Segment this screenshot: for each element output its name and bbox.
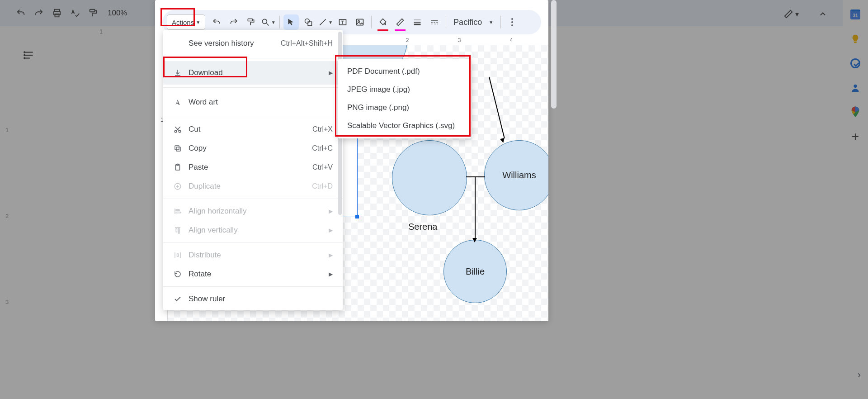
menu-item-rotate[interactable]: Rotate ▶ <box>163 265 343 284</box>
submenu-item-png[interactable]: PNG image (.png) <box>338 99 471 117</box>
menu-shortcut: Ctrl+Alt+Shift+H <box>281 39 333 48</box>
submenu-label: JPEG image (.jpg) <box>347 85 410 94</box>
download-submenu: PDF Document (.pdf) JPEG image (.jpg) PN… <box>338 59 471 138</box>
submenu-label: PDF Document (.pdf) <box>347 67 420 76</box>
print-icon[interactable] <box>52 8 62 19</box>
svg-rect-13 <box>248 19 252 21</box>
image-tool-button[interactable] <box>352 14 368 30</box>
border-dash-button[interactable] <box>427 14 442 30</box>
menu-item-show-ruler[interactable]: Show ruler <box>163 290 343 309</box>
select-tool-button[interactable] <box>283 14 299 30</box>
ruler-mark: 1 <box>99 28 103 35</box>
font-name-label: Pacifico <box>453 18 482 27</box>
ruler-mark: 1 <box>5 127 9 133</box>
menu-label: Paste <box>189 163 306 172</box>
shape-circle-williams[interactable]: Williams <box>484 140 548 210</box>
svg-line-15 <box>266 24 269 26</box>
drawing-editor-window: Actions ▼ ▼ ▼ Pacifico ▼ 2 3 4 1 <box>155 0 548 321</box>
submenu-label: PNG image (.png) <box>347 103 409 112</box>
ruler-num: 3 <box>458 37 461 43</box>
svg-rect-31 <box>175 146 179 150</box>
zoom-level[interactable]: 100% <box>108 9 127 18</box>
menu-shortcut: Ctrl+V <box>312 163 333 171</box>
contacts-icon[interactable] <box>850 82 861 93</box>
font-picker[interactable]: Pacifico ▼ <box>450 14 497 30</box>
submenu-item-svg[interactable]: Scalable Vector Graphics (.svg) <box>338 117 471 135</box>
actions-button[interactable]: Actions ▼ <box>167 14 205 30</box>
selection-handle[interactable] <box>355 215 359 218</box>
maps-icon[interactable] <box>850 107 861 118</box>
menu-item-cut[interactable]: Cut Ctrl+X <box>163 120 343 139</box>
border-weight-button[interactable] <box>410 14 425 30</box>
connector-line[interactable] <box>466 176 485 177</box>
ruler-mark: 3 <box>5 299 9 305</box>
calendar-icon[interactable]: 31 <box>850 9 861 20</box>
menu-label: Copy <box>189 144 306 153</box>
submenu-item-pdf[interactable]: PDF Document (.pdf) <box>338 62 471 81</box>
download-icon <box>173 68 182 77</box>
menu-label: Align vertically <box>189 226 322 235</box>
submenu-arrow-icon: ▶ <box>329 70 333 76</box>
expand-side-panel-icon[interactable]: › <box>858 369 861 381</box>
svg-point-7 <box>24 52 25 52</box>
submenu-arrow-icon: ▶ <box>329 227 333 233</box>
svg-rect-39 <box>176 228 177 232</box>
textbox-tool-button[interactable] <box>335 14 350 30</box>
paint-format-icon[interactable] <box>88 8 99 19</box>
submenu-label: Scalable Vector Graphics (.svg) <box>347 121 455 130</box>
undo-icon[interactable] <box>15 8 26 19</box>
line-tool-button[interactable]: ▼ <box>318 14 333 30</box>
arrowhead-icon <box>500 138 505 143</box>
svg-rect-3 <box>90 10 95 12</box>
paint-format-button[interactable] <box>243 14 259 30</box>
keep-icon[interactable] <box>850 33 861 44</box>
menu-item-duplicate: Duplicate Ctrl+D <box>163 177 343 196</box>
svg-point-9 <box>24 57 25 58</box>
menu-label: See version history <box>189 39 274 48</box>
collapse-toolbar-button[interactable] <box>813 6 833 22</box>
actions-menu: See version history Ctrl+Alt+Shift+H Dow… <box>163 30 343 310</box>
menu-item-word-art[interactable]: Word art <box>163 90 343 114</box>
menu-shortcut: Ctrl+C <box>312 144 333 152</box>
align-vertical-icon <box>173 226 182 235</box>
ruler-num: 4 <box>510 37 513 43</box>
menu-item-copy[interactable]: Copy Ctrl+C <box>163 139 343 158</box>
border-color-button[interactable] <box>392 14 408 30</box>
rotate-icon <box>173 270 182 279</box>
connector-arrow[interactable] <box>475 176 476 240</box>
canvas-scrollbar[interactable] <box>551 0 557 109</box>
menu-item-download[interactable]: Download ▶ <box>163 61 343 85</box>
menu-item-paste[interactable]: Paste Ctrl+V <box>163 158 343 177</box>
menu-label: Cut <box>189 125 306 134</box>
svg-point-14 <box>262 19 267 24</box>
menu-shortcut: Ctrl+D <box>312 182 333 190</box>
shape-tool-button[interactable] <box>301 14 316 30</box>
svg-point-11 <box>854 85 857 88</box>
redo-button[interactable] <box>226 14 241 30</box>
editing-mode-button[interactable]: ▾ <box>781 6 801 22</box>
submenu-arrow-icon: ▶ <box>329 271 333 277</box>
svg-rect-36 <box>176 209 179 210</box>
svg-rect-20 <box>357 19 363 25</box>
redo-icon[interactable] <box>33 8 44 19</box>
undo-button[interactable] <box>209 14 224 30</box>
svg-rect-30 <box>176 147 180 151</box>
chevron-down-icon: ▼ <box>489 20 493 25</box>
zoom-button[interactable]: ▼ <box>260 14 276 30</box>
submenu-arrow-icon: ▶ <box>329 208 333 214</box>
svg-rect-17 <box>308 22 311 25</box>
distribute-icon <box>173 251 182 260</box>
menu-item-version-history[interactable]: See version history Ctrl+Alt+Shift+H <box>163 32 343 55</box>
fill-color-button[interactable] <box>375 14 391 30</box>
svg-rect-43 <box>177 254 179 256</box>
submenu-item-jpeg[interactable]: JPEG image (.jpg) <box>338 81 471 99</box>
add-on-plus-icon[interactable]: + <box>850 131 861 142</box>
shape-circle-serena[interactable] <box>392 140 467 215</box>
tasks-icon[interactable] <box>850 58 861 69</box>
connector-arrow[interactable] <box>489 77 505 138</box>
spellcheck-icon[interactable] <box>70 8 80 19</box>
document-outline-icon[interactable] <box>23 49 35 62</box>
shape-circle-billie[interactable]: Billie <box>443 240 507 303</box>
more-options-button[interactable] <box>505 14 520 30</box>
menu-label: Distribute <box>189 251 322 260</box>
